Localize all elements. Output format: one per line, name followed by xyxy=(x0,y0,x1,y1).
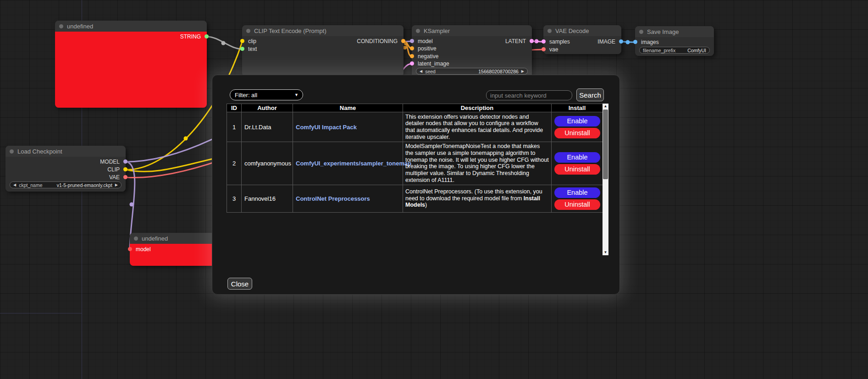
node-vae-decode[interactable]: VAE Decode samples vae IMAGE xyxy=(543,25,621,54)
uninstall-button[interactable]: Uninstall xyxy=(554,164,600,175)
node-title: VAE Decode xyxy=(555,27,589,34)
widget-value: ComfyUI xyxy=(687,48,706,53)
enable-button[interactable]: Enable xyxy=(554,187,600,198)
search-input[interactable] xyxy=(486,90,572,100)
output-port-image[interactable] xyxy=(619,39,623,44)
table-header-row: ID Author Name Description Install xyxy=(227,104,603,112)
enable-button[interactable]: Enable xyxy=(554,152,600,163)
slot-label: vae xyxy=(549,46,558,53)
filter-select[interactable]: Filter: all xyxy=(230,89,303,100)
node-collapse-dot[interactable] xyxy=(134,236,138,241)
cell-description: ModelSamplerTonemapNoiseTest a node that… xyxy=(403,142,552,185)
node-titlebar[interactable]: KSampler xyxy=(412,25,532,36)
cell-id: 1 xyxy=(227,112,242,142)
output-port-latent[interactable] xyxy=(530,39,534,43)
close-button[interactable]: Close xyxy=(227,278,252,290)
input-port-images[interactable] xyxy=(633,40,637,44)
link-midpoint-dot xyxy=(221,41,226,45)
cell-install: Enable Uninstall xyxy=(552,142,603,185)
cell-description: ControlNet Preprocessors. (To use this e… xyxy=(403,185,552,212)
link-midpoint-dot xyxy=(535,39,539,44)
input-port-negative[interactable] xyxy=(410,54,414,58)
graph-canvas[interactable]: undefined STRING CLIP Text Encode (Promp… xyxy=(0,0,868,379)
slot-label: VAE xyxy=(109,174,120,181)
scroll-up-icon[interactable]: ▲ xyxy=(603,104,608,109)
input-port-positive[interactable] xyxy=(410,46,414,50)
node-title: KSampler xyxy=(424,27,450,34)
output-port-model[interactable] xyxy=(123,159,127,164)
cell-author: Dr.Lt.Data xyxy=(242,112,293,142)
uninstall-button[interactable]: Uninstall xyxy=(554,199,600,210)
input-port-text[interactable] xyxy=(240,47,244,51)
scrollbar-thumb[interactable] xyxy=(603,110,608,179)
slot-label: text xyxy=(248,46,257,52)
node-ksampler[interactable]: KSampler model positive negative latent_… xyxy=(412,25,532,78)
node-collapse-dot[interactable] xyxy=(547,29,552,33)
input-slot-text: text xyxy=(242,45,404,53)
filter-select-wrap: Filter: all ▼ xyxy=(230,89,303,100)
ckpt-name-widget[interactable]: ◀ ckpt_name v1-5-pruned-emaonly.ckpt ▶ xyxy=(10,181,122,188)
slot-label: CONDITIONING xyxy=(357,38,398,44)
input-slot-vae: vae xyxy=(543,46,621,53)
input-port-vae[interactable] xyxy=(542,47,546,51)
output-port-clip[interactable] xyxy=(123,167,127,171)
output-slot-latent: LATENT xyxy=(412,38,532,45)
decrement-arrow-icon[interactable]: ◀ xyxy=(420,69,422,73)
custom-nodes-manager-dialog: Filter: all ▼ Search ID Author Name Desc… xyxy=(212,75,620,295)
extension-link[interactable]: ComfyUI_experiments/sampler_tonemap xyxy=(296,160,411,167)
output-port-string[interactable] xyxy=(205,34,209,38)
input-port-latent-image[interactable] xyxy=(410,61,414,66)
column-header-author: Author xyxy=(242,104,293,112)
cell-author: comfyanonymous xyxy=(242,142,293,185)
node-titlebar[interactable]: Save Image xyxy=(635,26,714,37)
node-collapse-dot[interactable] xyxy=(59,24,63,28)
node-save-image[interactable]: Save Image images filename_prefix ComfyU… xyxy=(635,26,714,56)
slot-label: STRING xyxy=(180,33,201,40)
node-collapse-dot[interactable] xyxy=(246,29,250,33)
node-collapse-dot[interactable] xyxy=(639,30,643,34)
scroll-down-icon[interactable]: ▼ xyxy=(603,250,608,255)
input-port-model[interactable] xyxy=(128,247,132,251)
node-undefined-1[interactable]: undefined STRING xyxy=(55,21,207,108)
output-port-conditioning[interactable] xyxy=(401,39,405,43)
cell-install: Enable Uninstall xyxy=(552,185,603,212)
uninstall-button[interactable]: Uninstall xyxy=(554,128,600,138)
node-titlebar[interactable]: undefined xyxy=(130,233,215,244)
cell-id: 2 xyxy=(227,142,242,185)
widget-value: 156680208700286 xyxy=(478,69,519,74)
link-midpoint-dot xyxy=(626,40,630,44)
cell-name: ComfyUI_experiments/sampler_tonemap xyxy=(293,142,403,185)
extension-link[interactable]: ComfyUI Impact Pack xyxy=(296,124,357,131)
filename-prefix-widget[interactable]: filename_prefix ComfyUI xyxy=(639,47,710,54)
table-row: 1 Dr.Lt.Data ComfyUI Impact Pack This ex… xyxy=(227,112,603,142)
node-titlebar[interactable]: undefined xyxy=(55,21,207,32)
extension-link[interactable]: ControlNet Preprocessors xyxy=(296,195,370,202)
cell-id: 3 xyxy=(227,185,242,212)
increment-arrow-icon[interactable]: ▶ xyxy=(521,69,524,73)
node-collapse-dot[interactable] xyxy=(10,149,14,154)
node-load-checkpoint[interactable]: Load Checkpoint MODEL CLIP VAE ◀ ckpt_na… xyxy=(6,146,126,192)
wire-string-to-text xyxy=(207,37,242,49)
column-header-name: Name xyxy=(293,104,403,112)
table-scrollbar[interactable]: ▲ ▼ xyxy=(603,104,608,255)
slot-label: IMAGE xyxy=(597,38,615,45)
seed-widget[interactable]: ◀ seed 156680208700286 ▶ xyxy=(416,68,528,75)
node-collapse-dot[interactable] xyxy=(416,29,420,33)
enable-button[interactable]: Enable xyxy=(554,116,600,126)
input-slot-images: images xyxy=(635,38,714,46)
node-titlebar[interactable]: Load Checkpoint xyxy=(6,146,126,157)
input-slot-model: model xyxy=(130,246,215,253)
next-arrow-icon[interactable]: ▶ xyxy=(115,183,118,187)
node-titlebar[interactable]: CLIP Text Encode (Prompt) xyxy=(242,25,404,36)
node-clip-text-encode[interactable]: CLIP Text Encode (Prompt) clip text COND… xyxy=(242,25,404,77)
node-title: CLIP Text Encode (Prompt) xyxy=(254,27,326,34)
previous-arrow-icon[interactable]: ◀ xyxy=(13,183,16,187)
slot-label: images xyxy=(641,39,659,45)
cell-install: Enable Uninstall xyxy=(552,112,603,142)
output-port-vae[interactable] xyxy=(123,175,127,179)
node-titlebar[interactable]: VAE Decode xyxy=(543,25,621,36)
search-button[interactable]: Search xyxy=(576,88,604,101)
widget-name: ckpt_name xyxy=(19,182,42,188)
node-undefined-2[interactable]: undefined model xyxy=(130,233,215,266)
canvas-guide-horizontal xyxy=(0,313,82,313)
